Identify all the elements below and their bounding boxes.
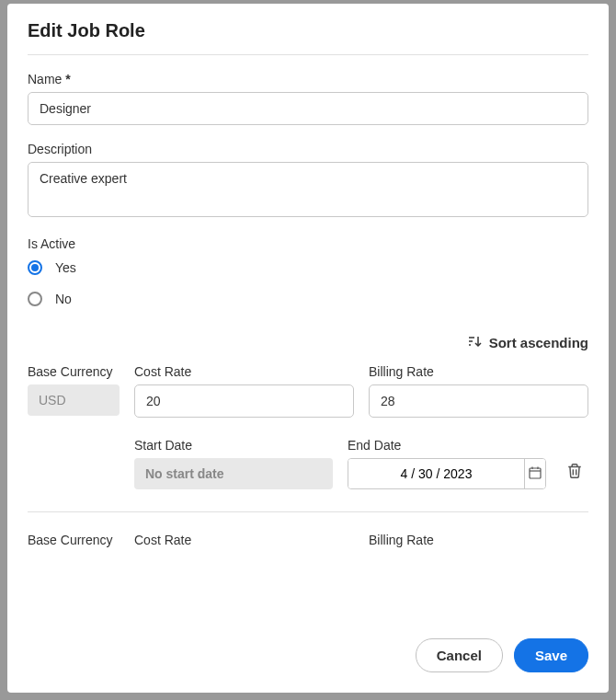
- modal-header: Edit Job Role: [7, 4, 609, 54]
- radio-yes-circle: [28, 260, 42, 275]
- sort-row: Sort ascending: [28, 334, 588, 351]
- delete-row-button[interactable]: [563, 459, 587, 486]
- cancel-button[interactable]: Cancel: [416, 638, 503, 672]
- sort-label: Sort ascending: [489, 335, 588, 350]
- modal-title: Edit Job Role: [28, 20, 588, 41]
- billing-rate-col: Billing Rate: [369, 364, 588, 418]
- radio-yes[interactable]: Yes: [28, 260, 588, 275]
- base-currency-label-2: Base Currency: [28, 533, 120, 547]
- start-date-disabled: No start date: [134, 458, 333, 489]
- cost-rate-col: Cost Rate: [134, 364, 354, 418]
- base-currency-col-2: Base Currency: [28, 533, 120, 553]
- billing-rate-label: Billing Rate: [369, 364, 588, 379]
- billing-rate-input[interactable]: [369, 384, 588, 418]
- rate-section-divider: [28, 511, 588, 512]
- svg-rect-4: [530, 468, 541, 478]
- end-date-input[interactable]: [348, 459, 524, 488]
- rate-row-2: Base Currency Cost Rate Billing Rate: [28, 533, 588, 553]
- modal-footer: Cancel Save: [7, 622, 609, 693]
- date-row: Start Date No start date End Date: [28, 438, 588, 489]
- billing-rate-label-2: Billing Rate: [369, 533, 588, 547]
- start-date-label: Start Date: [134, 438, 333, 453]
- radio-no-label: No: [55, 292, 72, 306]
- description-label: Description: [28, 142, 588, 156]
- calendar-button[interactable]: [524, 459, 545, 488]
- cost-rate-label: Cost Rate: [134, 364, 354, 379]
- radio-no-circle: [28, 292, 42, 306]
- base-currency-col: Base Currency USD: [28, 364, 120, 418]
- description-textarea[interactable]: [28, 162, 588, 217]
- rate-row-1: Base Currency USD Cost Rate Billing Rate: [28, 364, 588, 418]
- trash-col: [561, 459, 588, 489]
- billing-rate-col-2: Billing Rate: [369, 533, 588, 553]
- cost-rate-input[interactable]: [134, 384, 354, 418]
- base-currency-label: Base Currency: [28, 364, 120, 379]
- start-date-col: Start Date No start date: [134, 438, 333, 489]
- is-active-group: Is Active Yes No: [28, 236, 588, 306]
- radio-no[interactable]: No: [28, 292, 588, 306]
- end-date-label: End Date: [348, 438, 546, 453]
- end-date-input-wrap: [348, 458, 546, 489]
- sort-ascending-button[interactable]: Sort ascending: [467, 334, 588, 351]
- edit-job-role-modal: Edit Job Role Name Description Is Active…: [7, 4, 609, 693]
- is-active-radio-group: Yes No: [28, 260, 588, 306]
- save-button[interactable]: Save: [514, 638, 588, 672]
- end-date-col: End Date: [348, 438, 546, 489]
- trash-icon: [566, 468, 583, 482]
- radio-yes-label: Yes: [55, 260, 76, 275]
- name-field-group: Name: [28, 72, 588, 125]
- description-field-group: Description: [28, 142, 588, 220]
- is-active-label: Is Active: [28, 236, 588, 251]
- name-label: Name: [28, 72, 588, 86]
- modal-body[interactable]: Name Description Is Active Yes No: [7, 55, 609, 622]
- cost-rate-col-2: Cost Rate: [134, 533, 354, 553]
- sort-icon: [467, 334, 482, 351]
- base-currency-value: USD: [28, 384, 120, 416]
- calendar-icon: [528, 465, 542, 483]
- cost-rate-label-2: Cost Rate: [134, 533, 354, 547]
- name-input[interactable]: [28, 92, 588, 125]
